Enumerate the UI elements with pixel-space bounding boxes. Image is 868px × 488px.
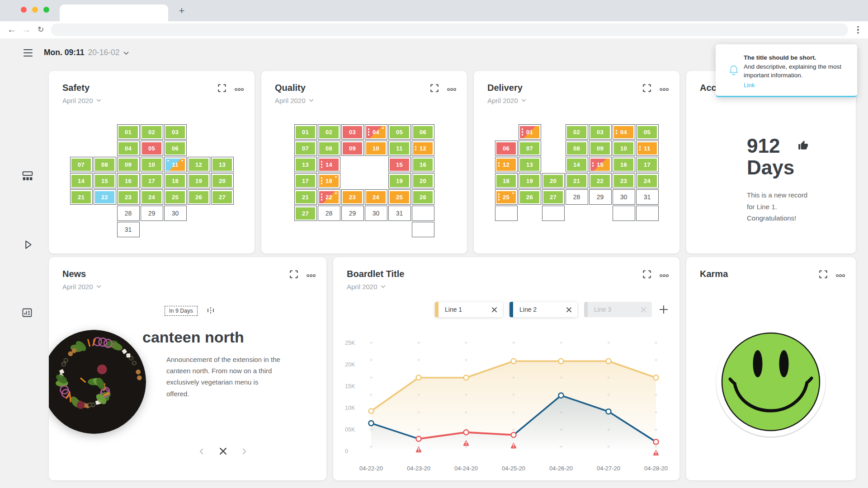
tooltip-link[interactable]: Link — [744, 81, 849, 90]
calendar-day-01[interactable]: 01 — [294, 124, 317, 140]
expand-icon[interactable] — [289, 270, 298, 279]
calendar-day-24[interactable]: 24 — [365, 189, 387, 205]
calendar-day-24[interactable]: 24 — [636, 173, 659, 188]
calendar-day-29[interactable]: 29 — [341, 206, 364, 221]
calendar-day-22[interactable]: 22 — [318, 189, 340, 205]
calendar-day-19[interactable]: 19 — [188, 173, 210, 188]
board-selector[interactable]: Mon. 09:11 20-16-02 — [44, 48, 129, 57]
new-tab-button[interactable]: + — [177, 6, 186, 15]
calendar-day-09[interactable]: 09 — [117, 157, 140, 172]
calendar-day-blank[interactable] — [613, 206, 635, 221]
calendar-day-28[interactable]: 28 — [566, 189, 588, 205]
calendar-day-02[interactable]: 02 — [318, 124, 340, 140]
browser-tab[interactable] — [60, 5, 168, 21]
calendar-day-blank[interactable] — [636, 206, 659, 221]
calendar-day-15[interactable]: 15 — [589, 157, 612, 172]
calendar-day-30[interactable]: 30 — [613, 189, 635, 205]
calendar-day-07[interactable]: 07 — [519, 141, 541, 156]
expand-icon[interactable] — [430, 84, 439, 93]
calendar-day-10[interactable]: 10 — [141, 157, 163, 172]
calendar-day-02[interactable]: 02 — [141, 124, 163, 140]
calendar-day-19[interactable]: 19 — [388, 173, 411, 188]
calendar-day-18[interactable]: 18 — [164, 173, 187, 188]
add-line-button[interactable] — [659, 305, 669, 314]
calendar-day-31[interactable]: 31 — [388, 206, 411, 221]
month-selector[interactable]: April 2020 — [487, 97, 526, 104]
calendar-day-06[interactable]: 06 — [412, 124, 434, 140]
calendar-day-blank[interactable] — [495, 206, 518, 221]
calendar-day-17[interactable]: 17 — [636, 157, 659, 172]
calendar-day-12[interactable]: 12 — [188, 157, 210, 172]
expand-icon[interactable] — [642, 84, 651, 93]
carousel-close-icon[interactable] — [219, 447, 227, 455]
calendar-day-16[interactable]: 16 — [613, 157, 635, 172]
calendar-day-02[interactable]: 02 — [566, 124, 588, 140]
legend-chip-line-3[interactable]: Line 3 — [584, 302, 652, 317]
calendar-day-07[interactable]: 07 — [70, 157, 93, 172]
calendar-day-12[interactable]: 12 — [412, 141, 434, 156]
calendar-day-04[interactable]: 04 — [117, 141, 140, 156]
calendar-day-09[interactable]: 09 — [341, 141, 364, 156]
menu-hamburger-button[interactable] — [24, 49, 33, 56]
month-selector[interactable]: April 2020 — [275, 97, 314, 104]
calendar-day-23[interactable]: 23 — [341, 189, 364, 205]
calendar-day-25[interactable]: 25 — [164, 189, 187, 205]
calendar-day-28[interactable]: 28 — [318, 206, 340, 221]
calendar-day-blank[interactable] — [412, 206, 434, 221]
calendar-day-16[interactable]: 16 — [117, 173, 140, 188]
calendar-day-15[interactable]: 15 — [388, 157, 411, 172]
remove-line-icon[interactable] — [641, 307, 646, 313]
calendar-day-22[interactable]: 22 — [94, 189, 116, 205]
calendar-day-12[interactable]: 12 — [495, 157, 518, 172]
calendar-day-08[interactable]: 08 — [318, 141, 340, 156]
calendar-day-11[interactable]: 11 — [388, 141, 411, 156]
calendar-day-08[interactable]: 08 — [566, 141, 588, 156]
calendar-day-11[interactable]: 11 — [164, 157, 187, 172]
calendar-day-14[interactable]: 14 — [318, 157, 340, 172]
calendar-day-29[interactable]: 29 — [141, 206, 163, 221]
calendar-day-14[interactable]: 14 — [70, 173, 93, 188]
calendar-day-26[interactable]: 26 — [412, 189, 434, 205]
calendar-day-06[interactable]: 06 — [495, 141, 518, 156]
calendar-day-05[interactable]: 05 — [388, 124, 411, 140]
calendar-day-04[interactable]: 04 — [365, 124, 387, 140]
calendar-day-20[interactable]: 20 — [412, 173, 434, 188]
calendar-day-01[interactable]: 01 — [117, 124, 140, 140]
calendar-day-31[interactable]: 31 — [117, 222, 140, 237]
back-button[interactable]: ← — [5, 23, 18, 36]
expand-icon[interactable] — [819, 270, 828, 279]
calendar-day-03[interactable]: 03 — [341, 124, 364, 140]
calendar-day-05[interactable]: 05 — [636, 124, 659, 140]
forward-button[interactable]: → — [20, 23, 33, 36]
legend-chip-line-2[interactable]: Line 2 — [509, 302, 577, 317]
calendar-day-13[interactable]: 13 — [294, 157, 317, 172]
calendar-day-21[interactable]: 21 — [70, 189, 93, 205]
calendar-day-16[interactable]: 16 — [412, 157, 434, 172]
reload-button[interactable]: ↻ — [34, 23, 47, 36]
sidebar-play-icon[interactable] — [22, 239, 33, 250]
maximize-window-button[interactable] — [43, 7, 49, 13]
close-window-button[interactable] — [21, 7, 27, 13]
calendar-day-21[interactable]: 21 — [566, 173, 588, 188]
calendar-day-20[interactable]: 20 — [211, 173, 234, 188]
calendar-day-13[interactable]: 13 — [211, 157, 234, 172]
calendar-day-05[interactable]: 05 — [141, 141, 163, 156]
minimize-window-button[interactable] — [32, 7, 38, 13]
legend-chip-line-1[interactable]: Line 1 — [435, 302, 503, 317]
boardlet-menu-icon[interactable] — [660, 85, 669, 94]
calendar-day-18[interactable]: 18 — [495, 173, 518, 188]
calendar-day-23[interactable]: 23 — [117, 189, 140, 205]
calendar-day-22[interactable]: 22 — [589, 173, 612, 188]
calendar-day-04[interactable]: 04 — [613, 124, 635, 140]
calendar-day-31[interactable]: 31 — [636, 189, 659, 205]
calendar-day-17[interactable]: 17 — [141, 173, 163, 188]
calendar-day-28[interactable]: 28 — [117, 206, 140, 221]
calendar-day-15[interactable]: 15 — [94, 173, 116, 188]
calendar-day-24[interactable]: 24 — [141, 189, 163, 205]
month-selector[interactable]: April 2020 — [347, 283, 404, 291]
sidebar-boardlets-icon[interactable] — [22, 170, 33, 182]
calendar-day-25[interactable]: 25 — [388, 189, 411, 205]
calendar-day-25[interactable]: 25 — [495, 189, 518, 205]
calendar-day-23[interactable]: 23 — [613, 173, 635, 188]
calendar-day-20[interactable]: 20 — [542, 173, 565, 188]
